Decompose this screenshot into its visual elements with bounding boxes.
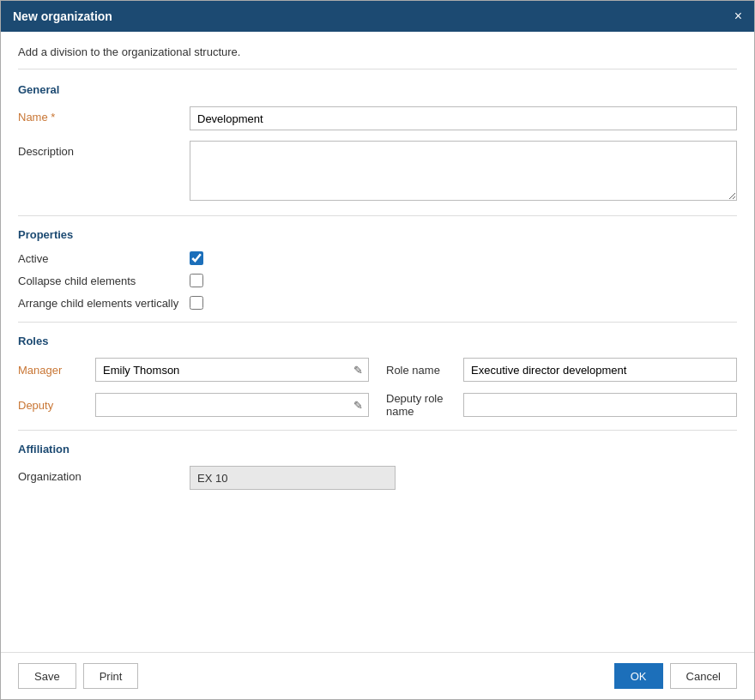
organization-label: Organization — [18, 466, 190, 483]
name-control — [190, 106, 737, 130]
affiliation-section-title: Affiliation — [18, 443, 737, 456]
new-organization-dialog: New organization × Add a division to the… — [0, 0, 755, 700]
save-button[interactable]: Save — [18, 663, 76, 689]
arrange-row: Arrange child elements vertically — [18, 296, 737, 310]
arrange-checkbox[interactable] — [190, 296, 203, 310]
description-control — [190, 141, 737, 203]
deputy-input-wrap: ✎ — [95, 393, 369, 417]
roles-section: Roles Manager ✎ Role name Deputy — [18, 335, 737, 418]
properties-section-title: Properties — [18, 228, 737, 241]
dialog-title: New organization — [13, 9, 112, 23]
name-input[interactable] — [190, 106, 737, 130]
deputy-role-field: Deputy role name — [386, 392, 737, 418]
manager-input[interactable] — [96, 359, 348, 381]
general-section-title: General — [18, 83, 737, 96]
close-button[interactable]: × — [734, 9, 742, 23]
print-button[interactable]: Print — [83, 663, 139, 689]
manager-label: Manager — [18, 364, 95, 377]
role-name-input[interactable] — [463, 358, 737, 382]
role-name-label: Role name — [386, 364, 463, 377]
dialog-footer: Save Print OK Cancel — [1, 652, 754, 699]
general-section: General Name Description — [18, 83, 737, 203]
collapse-checkbox[interactable] — [190, 274, 203, 287]
manager-edit-icon[interactable]: ✎ — [348, 364, 368, 377]
deputy-input[interactable] — [96, 394, 348, 416]
dialog-subtitle: Add a division to the organizational str… — [18, 45, 737, 69]
collapse-label: Collapse child elements — [18, 275, 190, 287]
deputy-edit-icon[interactable]: ✎ — [348, 399, 368, 412]
affiliation-section: Affiliation Organization — [18, 443, 737, 490]
organization-input — [190, 466, 396, 490]
footer-right: OK Cancel — [614, 663, 737, 689]
name-label: Name — [18, 106, 190, 124]
dialog-body: Add a division to the organizational str… — [1, 32, 754, 652]
roles-grid: Manager ✎ Role name Deputy ✎ — [18, 358, 737, 418]
role-name-field: Role name — [386, 358, 737, 382]
arrange-label: Arrange child elements vertically — [18, 297, 190, 310]
footer-left: Save Print — [18, 663, 138, 689]
organization-row: Organization — [18, 466, 737, 490]
dialog-header: New organization × — [1, 1, 754, 32]
organization-control — [190, 466, 396, 490]
cancel-button[interactable]: Cancel — [670, 663, 737, 689]
name-row: Name — [18, 106, 737, 130]
manager-field: Manager ✎ — [18, 358, 369, 382]
deputy-field: Deputy ✎ — [18, 392, 369, 418]
collapse-row: Collapse child elements — [18, 274, 737, 287]
active-label: Active — [18, 252, 190, 265]
manager-input-wrap: ✎ — [95, 358, 369, 382]
active-checkbox[interactable] — [190, 251, 203, 265]
description-input[interactable] — [190, 141, 737, 201]
deputy-role-input[interactable] — [463, 393, 737, 417]
deputy-label: Deputy — [18, 399, 95, 412]
properties-section: Properties Active Collapse child element… — [18, 228, 737, 310]
roles-section-title: Roles — [18, 335, 737, 347]
ok-button[interactable]: OK — [614, 663, 663, 689]
description-row: Description — [18, 141, 737, 203]
active-row: Active — [18, 251, 737, 265]
deputy-role-label: Deputy role name — [386, 392, 463, 418]
description-label: Description — [18, 141, 190, 158]
